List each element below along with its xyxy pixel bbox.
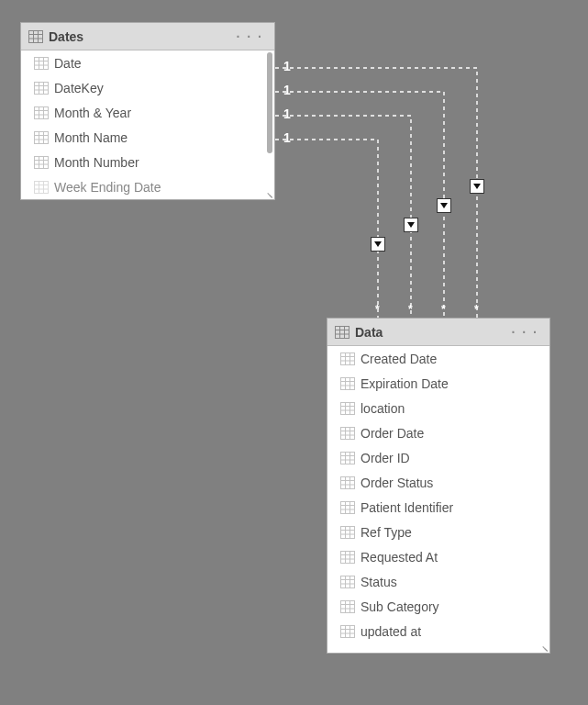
cardinality-one-4: 1	[283, 130, 291, 145]
svg-rect-50	[341, 402, 355, 414]
table-data-header[interactable]: Data · · ·	[327, 319, 549, 346]
field-label: updated at	[361, 624, 421, 639]
field-icon	[340, 377, 355, 390]
field-label: Expiration Date	[361, 376, 449, 391]
field-icon	[340, 427, 355, 440]
field-row[interactable]: Date	[21, 50, 274, 75]
field-icon	[34, 156, 49, 169]
svg-rect-60	[341, 452, 355, 464]
field-icon	[34, 106, 49, 119]
table-icon	[28, 30, 43, 43]
cardinality-many-2: *	[441, 303, 446, 316]
field-icon	[340, 501, 355, 514]
field-row[interactable]: Order ID	[327, 445, 549, 470]
svg-rect-65	[341, 476, 355, 488]
table-icon	[335, 326, 349, 339]
field-icon	[34, 57, 49, 70]
svg-rect-20	[35, 131, 49, 143]
cardinality-one-3: 1	[283, 106, 291, 121]
field-label: Month Name	[54, 130, 128, 145]
table-dates-fieldlist[interactable]: Date DateKey Month & Year Month Name Mon…	[21, 50, 274, 199]
field-row[interactable]: Patient Identifier	[327, 495, 549, 520]
table-dates-title: Dates	[49, 29, 83, 44]
field-row[interactable]: Month Number	[21, 150, 274, 174]
field-icon	[340, 352, 355, 365]
scrollbar[interactable]	[267, 52, 272, 153]
field-row[interactable]: Status	[327, 569, 549, 594]
field-label: Sub Category	[361, 599, 439, 614]
field-label: Date	[54, 56, 82, 71]
field-label: Ref Type	[361, 525, 412, 540]
svg-rect-10	[35, 82, 49, 94]
field-icon	[340, 476, 355, 489]
cardinality-many-3: *	[408, 303, 413, 316]
field-label: location	[361, 401, 405, 416]
svg-rect-40	[341, 352, 355, 364]
field-icon	[34, 131, 49, 144]
field-row[interactable]: Month Name	[21, 125, 274, 150]
filter-direction-arrow-4	[371, 237, 385, 252]
field-icon	[34, 82, 49, 95]
filter-direction-arrow-3	[404, 218, 418, 232]
field-row[interactable]: Sub Category	[327, 594, 549, 619]
field-icon	[34, 181, 49, 194]
field-label: Status	[361, 575, 397, 589]
filter-direction-arrow-1	[470, 179, 484, 194]
table-data-fieldlist[interactable]: Created Date Expiration Date location Or…	[327, 346, 549, 653]
field-row[interactable]: updated at	[327, 619, 549, 643]
field-label: Month & Year	[54, 106, 131, 120]
svg-rect-80	[341, 551, 355, 563]
field-row[interactable]: Week Ending Date	[21, 174, 274, 199]
field-row[interactable]: Expiration Date	[327, 371, 549, 396]
table-dates-menu-button[interactable]: · · ·	[233, 29, 267, 44]
field-row[interactable]: DateKey	[21, 75, 274, 100]
field-icon	[340, 402, 355, 415]
svg-rect-15	[35, 106, 49, 118]
svg-rect-90	[341, 600, 355, 612]
resize-handle[interactable]	[264, 189, 273, 198]
field-icon	[340, 600, 355, 613]
field-row[interactable]: Created Date	[327, 346, 549, 371]
field-label: Patient Identifier	[361, 500, 453, 515]
svg-rect-95	[341, 625, 355, 637]
table-dates[interactable]: Dates · · · Date DateKey Month & Year Mo…	[20, 22, 275, 200]
table-dates-header[interactable]: Dates · · ·	[21, 23, 274, 50]
field-row[interactable]: Requested At	[327, 544, 549, 569]
table-data-title: Data	[355, 325, 383, 340]
svg-rect-25	[35, 156, 49, 168]
table-data[interactable]: Data · · · Created Date Expiration Date …	[327, 318, 550, 654]
svg-rect-35	[336, 326, 349, 338]
svg-rect-75	[341, 526, 355, 538]
svg-rect-30	[35, 181, 49, 193]
field-label: Order Status	[361, 476, 433, 490]
field-row[interactable]: location	[327, 396, 549, 420]
field-label: DateKey	[54, 81, 104, 95]
field-label: Requested At	[361, 550, 438, 565]
field-row[interactable]: Order Status	[327, 470, 549, 495]
svg-rect-45	[341, 377, 355, 389]
field-label: Created Date	[361, 352, 437, 366]
svg-rect-5	[35, 57, 49, 69]
field-icon	[340, 526, 355, 539]
field-row[interactable]: Ref Type	[327, 520, 549, 544]
cardinality-one-1: 1	[283, 59, 291, 73]
field-label: Week Ending Date	[54, 180, 161, 195]
resize-handle[interactable]	[539, 643, 549, 652]
svg-rect-0	[29, 30, 43, 42]
field-icon	[340, 625, 355, 638]
svg-rect-85	[341, 576, 355, 588]
field-row[interactable]: Order Date	[327, 420, 549, 445]
field-icon	[340, 452, 355, 464]
cardinality-many-4: *	[375, 303, 380, 316]
field-label: Order Date	[361, 426, 424, 441]
cardinality-one-2: 1	[283, 83, 291, 97]
filter-direction-arrow-2	[437, 198, 451, 213]
svg-rect-70	[341, 501, 355, 513]
field-icon	[340, 551, 355, 564]
field-label: Order ID	[361, 451, 410, 465]
field-row[interactable]: Month & Year	[21, 100, 274, 125]
field-icon	[340, 576, 355, 588]
model-canvas[interactable]: 1 1 1 1 * * * * Dates · · · Date DateKey…	[0, 0, 588, 705]
field-label: Month Number	[54, 155, 139, 170]
table-data-menu-button[interactable]: · · ·	[508, 325, 542, 340]
